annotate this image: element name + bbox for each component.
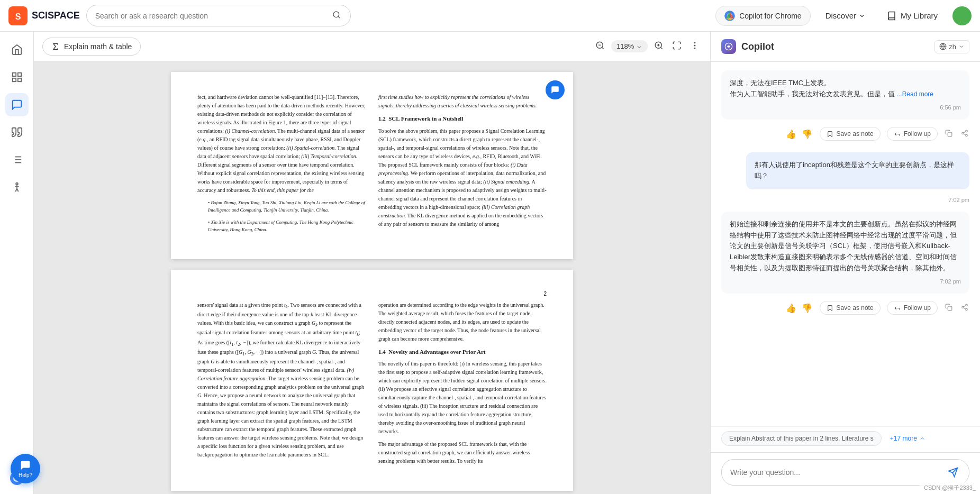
my-library-button[interactable]: My Library [881, 7, 944, 25]
svg-line-24 [660, 47, 662, 49]
copy-button-3[interactable] [944, 303, 954, 314]
copy-button-1[interactable] [944, 129, 954, 140]
search-input[interactable] [95, 12, 327, 20]
save-as-note-button-3[interactable]: Save as note [820, 301, 881, 315]
thumbs-down-1[interactable]: 👎 [801, 128, 813, 140]
copilot-icon [721, 39, 736, 54]
chat-input[interactable] [730, 468, 941, 477]
message-actions-3: 👍 👎 Save as note Follow up [721, 298, 969, 318]
pdf-page-number: 2 [197, 291, 547, 297]
copilot-title-text: Copilot [741, 41, 774, 52]
chat-bubble-icon [550, 85, 560, 95]
svg-line-44 [964, 306, 966, 307]
more-prompts-button[interactable]: +17 more [886, 431, 930, 446]
sidebar-item-list[interactable] [5, 148, 29, 171]
reply-icon-1 [894, 131, 901, 138]
help-button[interactable]: Help? [11, 454, 40, 483]
ai-message-1: 深度，无法在IEEE TMC上发表。作为人工智能助手，我无法对论文发表意见。但是… [721, 70, 969, 120]
quote-icon [11, 126, 23, 138]
search-icon [332, 11, 341, 19]
ai-message-3-text: 初始连接和剩余连接的使用并不是本文的主要创新点。虽然在拟议的神经网络结构中使用了… [730, 220, 957, 272]
copilot-chrome-label: Copilot for Chrome [739, 12, 802, 20]
home-icon [11, 44, 23, 56]
chat-bubble-page1[interactable] [546, 80, 565, 99]
svg-rect-39 [948, 306, 952, 310]
svg-point-36 [966, 134, 968, 136]
follow-up-button-3[interactable]: Follow up [887, 301, 938, 315]
csdn-footer: CSDN @猴子2333_ [920, 482, 980, 494]
zoom-in-icon [654, 41, 664, 50]
svg-rect-8 [17, 78, 21, 81]
sidebar-item-chat[interactable] [5, 93, 29, 116]
message-actions-1: 👍 👎 Save as note Follow up [721, 124, 969, 144]
svg-rect-33 [948, 132, 952, 136]
thumbs-up-3[interactable]: 👍 [785, 302, 797, 314]
zoom-in-button[interactable] [652, 39, 666, 54]
follow-up-button-1[interactable]: Follow up [887, 127, 938, 141]
pdf-toolbar: Explain math & table 118% [34, 32, 710, 61]
pdf-viewer-wrapper: Explain math & table 118% [34, 32, 710, 494]
user-message-2: 那有人说使用了inception和残差是这个文章的主要创新点，是这样吗？ [746, 152, 969, 189]
zoom-out-button[interactable] [593, 39, 607, 54]
svg-point-35 [962, 132, 964, 134]
library-icon [887, 11, 896, 21]
copilot-title: Copilot [721, 39, 774, 54]
pdf-page-1: fect, and hardware deviation cannot be w… [171, 72, 573, 259]
share-button-1[interactable] [960, 129, 969, 140]
help-label: Help? [19, 472, 32, 478]
svg-line-38 [964, 131, 966, 132]
zoom-out-icon [595, 41, 605, 50]
quick-prompt-1[interactable]: Explain Abstract of this paper in 2 line… [721, 431, 882, 446]
toolbar-more-button[interactable] [688, 39, 702, 54]
copilot-chrome-button[interactable]: Copilot for Chrome [715, 6, 811, 26]
language-selector[interactable]: zh [934, 40, 969, 53]
thumbs-up-1[interactable]: 👍 [785, 128, 797, 140]
sidebar-item-home[interactable] [5, 38, 29, 61]
explain-math-table-button[interactable]: Explain math & table [42, 38, 141, 56]
save-as-note-button-1[interactable]: Save as note [820, 127, 881, 141]
share-button-3[interactable] [960, 303, 969, 314]
sidebar-item-accessibility[interactable] [5, 176, 29, 199]
svg-point-27 [694, 42, 695, 43]
svg-point-28 [694, 45, 695, 46]
chat-help-icon [20, 460, 31, 471]
pdf-page1-left-text: fect, and hardware deviation cannot be w… [197, 93, 366, 238]
zoom-level-display[interactable]: 118% [611, 40, 648, 52]
zoom-controls: 118% [593, 39, 702, 54]
pdf-page1-right-text: first time studies how to explicitly rep… [378, 93, 547, 238]
message-group-2: 那有人说使用了inception和残差是这个文章的主要创新点，是这样吗？ 7:0… [721, 152, 969, 203]
scispace-logo-icon: S [8, 6, 28, 25]
message-group-3: 初始连接和剩余连接的使用并不是本文的主要创新点。虽然在拟议的神经网络结构中使用了… [721, 212, 969, 318]
svg-point-34 [966, 130, 968, 132]
user-avatar[interactable] [952, 6, 972, 25]
csdn-text: CSDN @猴子2333_ [924, 484, 976, 491]
sidebar-item-library[interactable] [5, 66, 29, 89]
sidebar-item-quotes[interactable] [5, 121, 29, 144]
more-vert-icon [690, 41, 700, 50]
copilot-panel: Copilot zh 深度，无法在IEEE TMC上发表。作为人工智能助手，我无… [710, 32, 980, 494]
reply-icon-3 [894, 305, 901, 312]
chat-area: 深度，无法在IEEE TMC上发表。作为人工智能助手，我无法对论文发表意见。但是… [711, 62, 980, 426]
bookmark-icon-1 [827, 131, 833, 138]
save-note-label-1: Save as note [837, 130, 874, 138]
navbar: S SCISPACE Copilot for Chrome Discover [0, 0, 980, 32]
copy-icon-3 [945, 304, 952, 311]
logo[interactable]: S SCISPACE [8, 6, 80, 25]
reaction-btns-1: 👍 👎 [785, 128, 813, 140]
quick-prompts: Explain Abstract of this paper in 2 line… [711, 426, 980, 452]
svg-point-2 [333, 12, 339, 17]
sigma-icon [51, 42, 60, 51]
grid-icon [11, 71, 23, 83]
discover-button[interactable]: Discover [819, 7, 872, 24]
fullscreen-button[interactable] [670, 39, 684, 54]
my-library-label: My Library [901, 11, 938, 20]
save-note-label-3: Save as note [837, 304, 874, 312]
send-button[interactable] [946, 465, 960, 480]
copy-icon-1 [945, 130, 952, 137]
ai-message-3: 初始连接和剩余连接的使用并不是本文的主要创新点。虽然在拟议的神经网络结构中使用了… [721, 212, 969, 294]
svg-line-21 [602, 47, 604, 49]
read-more-1[interactable]: ...Read more [897, 90, 933, 98]
thumbs-down-3[interactable]: 👎 [801, 302, 813, 314]
message-group-1: 深度，无法在IEEE TMC上发表。作为人工智能助手，我无法对论文发表意见。但是… [721, 70, 969, 144]
search-button[interactable] [331, 10, 342, 22]
